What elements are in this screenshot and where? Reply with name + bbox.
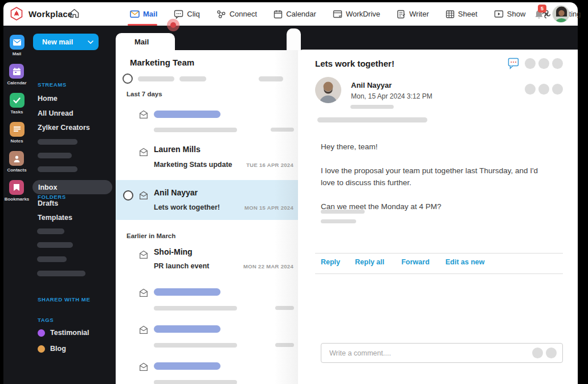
row-radio[interactable] (123, 190, 133, 201)
divider (315, 253, 563, 254)
action-placeholder[interactable] (538, 84, 549, 95)
reply-all-link[interactable]: Reply all (355, 258, 384, 266)
notifications-button[interactable]: 5 (534, 9, 544, 22)
skeleton-bar (154, 111, 220, 118)
nav-connect[interactable]: Connect (217, 2, 257, 26)
sidebar-item-drafts[interactable]: Drafts (38, 199, 58, 207)
open-envelope-icon (138, 250, 149, 262)
group-label: Last 7 days (126, 91, 162, 97)
rail-item-calendar[interactable]: Calendar (7, 64, 26, 85)
select-all-radio[interactable] (122, 73, 133, 84)
open-envelope-icon (138, 325, 149, 337)
sender-avatar (315, 77, 341, 103)
spreadsheet-icon (446, 10, 455, 19)
comment-icon[interactable] (508, 58, 520, 70)
sidebar-tag-testimonial[interactable]: Testimonial (38, 329, 89, 337)
rail-item-notes[interactable]: Notes (10, 122, 24, 144)
brand-name: Workplace (28, 9, 72, 19)
comment-actions (532, 348, 562, 358)
sidebar-tag-blog[interactable]: Blog (38, 345, 66, 353)
user-avatar[interactable] (552, 5, 570, 23)
skeleton-bar (38, 166, 77, 172)
nav-workdrive[interactable]: WorkDrive (333, 2, 380, 26)
sidebar-item-templates[interactable]: Templates (38, 214, 72, 222)
message-panel: Lets work together! (296, 50, 578, 384)
cliq-tour-pulse-dot[interactable] (167, 19, 179, 31)
chat-icon (174, 10, 183, 19)
comment-box (321, 343, 563, 363)
skeleton-bar (37, 228, 64, 234)
skeleton-bar (317, 117, 427, 122)
open-envelope-icon (138, 190, 149, 203)
nav-writer[interactable]: Writer (397, 2, 428, 26)
mail-app-icon (10, 35, 24, 50)
mail-row-anil-nayyar-selected[interactable]: Anil Nayyar Lets work together! MON 15 A… (116, 180, 298, 220)
skeleton-bar (138, 76, 174, 81)
rail-item-contacts[interactable]: Contacts (7, 151, 26, 173)
brand[interactable]: Workplace (9, 6, 72, 21)
shared-with-me-header[interactable]: SHARED WITH ME (38, 296, 90, 303)
nav-show[interactable]: Show (494, 2, 526, 26)
message-toolbar (508, 58, 563, 70)
divider (315, 273, 563, 274)
comment-action-placeholder[interactable] (532, 348, 543, 358)
topbar: Workplace Mail (3, 2, 578, 26)
skeleton-bar (154, 380, 237, 384)
reply-link[interactable]: Reply (321, 258, 340, 266)
skeleton-bar (38, 153, 72, 158)
toolbar-action-placeholder[interactable] (552, 58, 563, 69)
comment-input[interactable] (321, 349, 532, 357)
skeleton-bar (271, 128, 294, 132)
open-envelope-icon (138, 147, 149, 160)
tag-color-dot (38, 345, 45, 353)
skeleton-bar (275, 306, 294, 310)
active-nav-underline (128, 24, 157, 26)
contacts-app-icon (9, 151, 24, 166)
sidebar-item-zylker-creators[interactable]: Zylker Creators (38, 124, 90, 132)
sidebar-item-home[interactable]: Home (38, 95, 58, 103)
open-envelope-icon (138, 362, 149, 374)
mail-tab[interactable]: Mail (116, 33, 175, 50)
workplace-app: Workplace Mail (3, 2, 578, 384)
presentation-icon (494, 10, 504, 18)
nav-mail[interactable]: Mail (130, 2, 157, 26)
rail-item-tasks[interactable]: Tasks (10, 93, 24, 115)
skeleton-bar (37, 271, 85, 276)
app-rail: Mail Calendar Tasks Notes (3, 26, 30, 384)
sidebar-item-inbox[interactable]: Inbox (32, 180, 112, 194)
skeleton-bar (154, 343, 237, 348)
edit-as-new-link[interactable]: Edit as new (446, 258, 485, 266)
nav-sheet[interactable]: Sheet (446, 2, 477, 26)
sidebar-item-all-unread[interactable]: All Unread (38, 109, 74, 117)
calendar-icon (273, 10, 283, 19)
mail-sidebar: New mail STREAMS Home All Unread Zylker … (30, 26, 116, 384)
document-icon (397, 10, 406, 19)
skeleton-bar (154, 288, 220, 296)
skeleton-bar (275, 343, 294, 347)
nav-calendar[interactable]: Calendar (273, 2, 316, 26)
skeleton-bar (179, 76, 206, 81)
home-icon[interactable] (68, 7, 80, 22)
toolbar-action-placeholder[interactable] (525, 58, 536, 69)
toolbar-action-placeholder[interactable] (538, 58, 549, 69)
list-title: Marketing Team (130, 58, 194, 67)
network-icon (217, 10, 226, 19)
sender-name: Anil Nayyar (351, 81, 392, 89)
action-placeholder[interactable] (525, 84, 536, 95)
new-mail-button[interactable]: New mail (33, 34, 99, 50)
chevron-down-icon[interactable] (88, 40, 99, 44)
skeleton-bar (350, 105, 394, 109)
rail-item-bookmarks[interactable]: Bookmarks (5, 180, 30, 202)
action-placeholder[interactable] (552, 84, 563, 95)
notification-badge: 5 (538, 5, 546, 13)
skeleton-bar (321, 219, 356, 223)
app-body: Mail Calendar Tasks Notes (3, 26, 578, 384)
skeleton-bar (259, 76, 283, 81)
comment-action-placeholder[interactable] (546, 348, 557, 358)
forward-link[interactable]: Forward (401, 258, 429, 266)
bookmarks-app-icon (9, 180, 24, 195)
body-paragraph: I love the proposal your team put togeth… (321, 165, 549, 189)
rail-item-mail[interactable]: Mail (10, 35, 24, 56)
group-label: Earlier in March (126, 232, 175, 239)
tags-header: TAGS (38, 317, 54, 323)
